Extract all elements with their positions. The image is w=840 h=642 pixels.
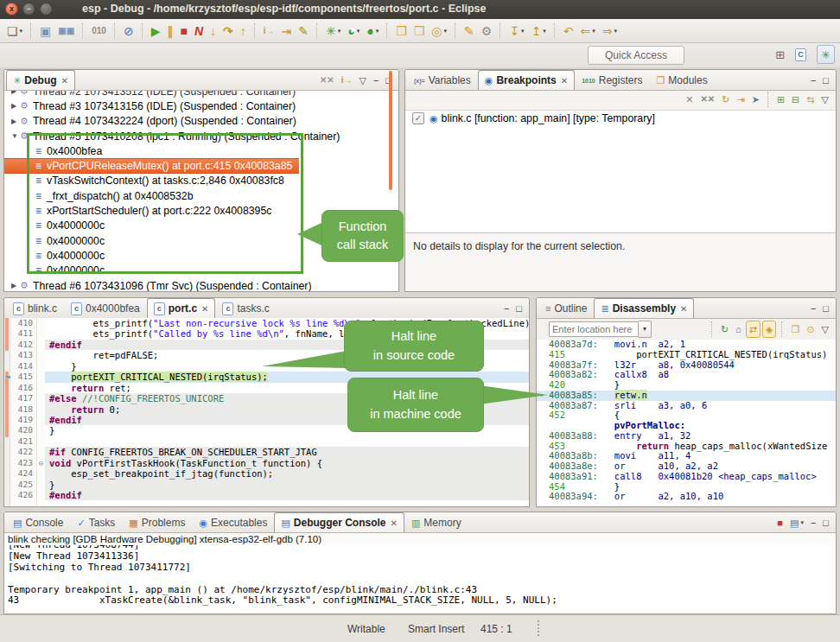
remove-all-terminated-icon[interactable]: ✕✕ bbox=[317, 73, 337, 88]
code-line[interactable]: #endif bbox=[45, 490, 529, 500]
next-annotation-icon[interactable]: ↧▾ bbox=[506, 22, 526, 41]
debug-icon[interactable]: ✳▾ bbox=[323, 22, 343, 41]
new-wizard-dropdown-icon[interactable]: ▾ bbox=[20, 28, 23, 35]
show-breakpoints-supported-icon[interactable]: ↻ bbox=[719, 92, 732, 107]
back-history-icon[interactable]: ⇐▾ bbox=[578, 22, 598, 41]
code-line[interactable]: #endif bbox=[45, 340, 529, 350]
minimize-icon[interactable]: − bbox=[808, 515, 818, 531]
location-input[interactable] bbox=[549, 321, 639, 337]
code-line[interactable]: #else //!CONFIG_FREERTOS_UNICORE bbox=[45, 393, 529, 404]
thread-row[interactable]: ▼⚙Thread #5 1073410208 (ipc1 : Running) … bbox=[4, 129, 398, 143]
view-menu-icon[interactable]: ▽ bbox=[819, 321, 831, 337]
location-dropdown-icon[interactable]: ▼ bbox=[639, 321, 652, 338]
minimize-icon[interactable]: − bbox=[808, 301, 818, 316]
tab-blink-c[interactable]: cblink.c bbox=[6, 298, 64, 318]
tab-breakpoints[interactable]: ◉Breakpoints✕ bbox=[478, 70, 575, 90]
link-with-debug-view-icon[interactable]: ⇆ bbox=[804, 92, 817, 107]
next-annotation-dropdown-icon[interactable]: ▾ bbox=[521, 28, 525, 35]
terminate-icon[interactable]: ■ bbox=[177, 22, 189, 41]
expand-all-icon[interactable]: ⊞ bbox=[774, 92, 787, 107]
back-history-dropdown-icon[interactable]: ▾ bbox=[592, 28, 595, 35]
window-close-button[interactable]: x bbox=[5, 3, 18, 16]
step-over-icon[interactable]: ↷ bbox=[220, 22, 236, 41]
close-tab-icon[interactable]: ✕ bbox=[391, 518, 398, 528]
stack-frame[interactable]: ≡vTaskSwitchContext() at tasks.c:2,846 0… bbox=[4, 174, 398, 188]
resume-icon[interactable]: ▶ bbox=[149, 22, 163, 41]
tab-executables[interactable]: ◉Executables bbox=[192, 512, 274, 532]
binary-icon[interactable]: 010 bbox=[89, 22, 109, 41]
disconnect-icon[interactable]: N bbox=[192, 22, 206, 41]
code-line[interactable]: ets_printf("Last non-recursive lock %s l… bbox=[45, 318, 529, 328]
minimize-icon[interactable]: − bbox=[808, 73, 818, 88]
track-expression-icon[interactable]: ◈ bbox=[762, 321, 776, 338]
fold-marker-icon[interactable]: ⊖ bbox=[37, 458, 45, 468]
close-tab-icon[interactable]: ✕ bbox=[680, 304, 687, 314]
skip-all-breakpoints-icon[interactable]: ⊘ bbox=[121, 22, 137, 41]
code-line[interactable]: return ret; bbox=[45, 383, 529, 393]
disassembly-listing[interactable]: 40083a7d: movi.n a2, 1415 portEXIT_CRITI… bbox=[537, 340, 836, 506]
use-step-filters-icon[interactable]: ⇥ bbox=[279, 22, 295, 41]
window-maximize-button[interactable] bbox=[40, 3, 53, 16]
tab-debugger-console[interactable]: ▤Debugger Console✕ bbox=[274, 512, 404, 532]
expand-arrow-icon[interactable]: ▶ bbox=[11, 91, 20, 95]
thread-row[interactable]: ▶⚙Thread #4 1073432224 (dport) (Suspende… bbox=[4, 114, 398, 129]
suspend-icon[interactable]: ∥ bbox=[164, 22, 175, 41]
open-element-icon[interactable]: ❒ bbox=[411, 22, 428, 41]
code-line[interactable]: ets_printf("Called by %s line %d\n", fnN… bbox=[45, 328, 529, 339]
expand-arrow-icon[interactable]: ▶ bbox=[11, 118, 20, 125]
code-line[interactable] bbox=[45, 436, 529, 447]
tab-memory[interactable]: ▥Memory bbox=[404, 512, 468, 532]
thread-row[interactable]: ▶⚙Thread #2 1073413512 (IDLE) (Suspended… bbox=[4, 91, 398, 99]
home-pc-icon[interactable]: ⌂ bbox=[733, 321, 744, 337]
thread-row[interactable]: ▶⚙Thread #6 1073431096 (Tmr Svc) (Suspen… bbox=[4, 278, 398, 291]
minimize-icon[interactable]: − bbox=[371, 73, 381, 88]
debug-view-scrollbar[interactable] bbox=[389, 71, 392, 190]
maximize-icon[interactable]: □ bbox=[820, 73, 831, 88]
maximize-icon[interactable]: □ bbox=[513, 301, 525, 316]
new-cpp-class-icon[interactable]: ❒ bbox=[393, 22, 410, 41]
mark-occurrences-icon[interactable]: ✎ bbox=[461, 22, 477, 41]
previous-annotation-dropdown-icon[interactable]: ▾ bbox=[543, 28, 546, 35]
tab-0x4000bfea[interactable]: c0x4000bfea bbox=[64, 298, 147, 318]
remove-all-breakpoints-icon[interactable]: ✕✕ bbox=[697, 92, 717, 107]
editor-fold-column[interactable]: ⊖ bbox=[37, 318, 45, 506]
stack-frame[interactable]: ≡_frxt_dispatch() at 0x4008532b bbox=[4, 188, 398, 203]
tab-debug[interactable]: ✳Debug✕ bbox=[6, 70, 75, 90]
code-line[interactable]: void vPortFirstTaskHook(TaskFunction_t f… bbox=[45, 458, 529, 468]
stack-frame[interactable]: ≡0x4000000c bbox=[4, 248, 398, 263]
editor-code-area[interactable]: ets_printf("Last non-recursive lock %s l… bbox=[45, 318, 529, 506]
last-edit-location-icon[interactable]: ↶ bbox=[561, 22, 576, 41]
tab-registers[interactable]: 1010Registers bbox=[575, 70, 649, 90]
tab-outline[interactable]: ≡Outline bbox=[538, 298, 594, 318]
step-return-icon[interactable]: ↑ bbox=[238, 22, 249, 41]
window-minimize-button[interactable]: – bbox=[22, 3, 35, 16]
thread-row[interactable]: ▶⚙Thread #3 1073413156 (IDLE) (Suspended… bbox=[4, 99, 398, 113]
step-into-icon[interactable]: ↓ bbox=[207, 22, 219, 41]
tab-port-c[interactable]: cport.c✕ bbox=[147, 298, 216, 318]
debug-dropdown-icon[interactable]: ▾ bbox=[338, 28, 341, 35]
run-dropdown-icon[interactable]: ▾ bbox=[357, 28, 360, 35]
console-output[interactable]: [New Thread 1073468744][New Thread 10734… bbox=[4, 545, 836, 613]
open-new-view-icon[interactable]: ❐ bbox=[788, 321, 802, 337]
view-menu-icon[interactable]: ▽ bbox=[819, 92, 831, 107]
tab-console[interactable]: ▤Console bbox=[6, 512, 70, 532]
code-line[interactable]: return 0; bbox=[45, 404, 529, 415]
tab-tasks-c[interactable]: ctasks.c bbox=[215, 298, 276, 318]
tab-problems[interactable]: ▦Problems bbox=[122, 512, 192, 532]
disassembly-row[interactable]: 40083a94: or a2, a10, a10 bbox=[537, 492, 836, 502]
close-tab-icon[interactable]: ✕ bbox=[561, 76, 568, 86]
forward-history-dropdown-icon[interactable]: ▾ bbox=[614, 28, 618, 35]
close-tab-icon[interactable]: ✕ bbox=[61, 76, 68, 86]
code-line[interactable]: } bbox=[45, 480, 529, 490]
maximize-icon[interactable]: □ bbox=[820, 515, 831, 531]
forward-history-icon[interactable]: ⇒▾ bbox=[600, 22, 620, 41]
debug-call-stack-tree[interactable]: ▶⚙Thread #2 1073413512 (IDLE) (Suspended… bbox=[4, 91, 398, 291]
tab-disassembly[interactable]: ≣Disassembly✕ bbox=[594, 298, 694, 318]
sync-with-selection-icon[interactable]: ⇄ bbox=[746, 321, 760, 338]
stack-frame[interactable]: ≡0x4000000c bbox=[4, 233, 398, 248]
expand-arrow-icon[interactable]: ▶ bbox=[11, 102, 20, 110]
terminate-console-icon[interactable]: ■ bbox=[774, 515, 786, 531]
cpp-perspective-button[interactable]: C bbox=[792, 46, 813, 63]
view-menu-icon[interactable]: ▽ bbox=[356, 73, 368, 88]
breakpoint-list-item[interactable]: ✓ ◉ blink.c [function: app_main] [type: … bbox=[405, 111, 836, 126]
